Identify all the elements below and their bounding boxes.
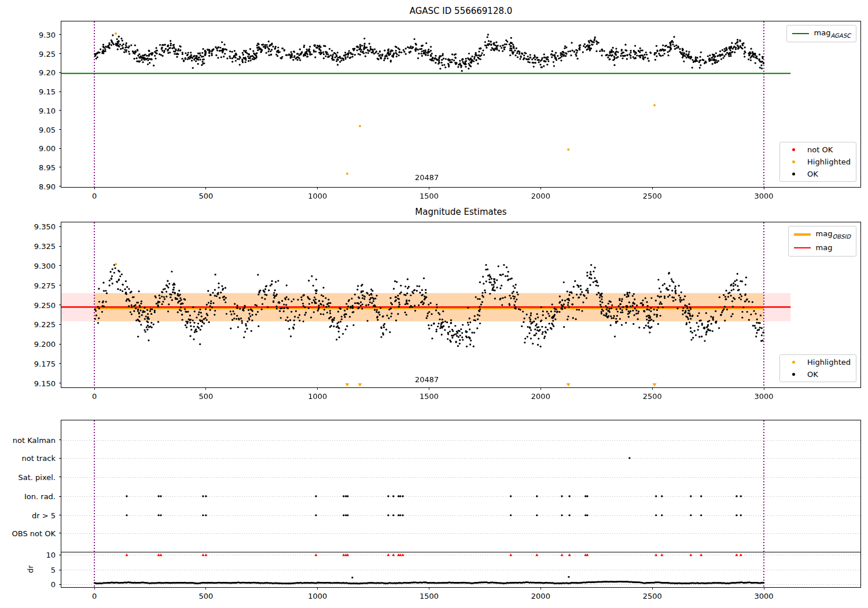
- y-tick-mark: [59, 555, 61, 555]
- plot-magnitude-estimates: Magnitude Estimates magOBSID mag Highlig…: [61, 222, 861, 388]
- y-tick-mark: [59, 91, 61, 92]
- x-tick-mark: [652, 387, 653, 390]
- x-tick-mark: [317, 587, 318, 589]
- x-tick-mark: [540, 187, 541, 189]
- y-tick-mark: [59, 477, 61, 477]
- y-tick-label: 8.95: [39, 163, 56, 171]
- red-line-swatch: [794, 247, 811, 248]
- agasc-mag-canvas: [61, 21, 860, 187]
- y-tick-label: 9.10: [39, 106, 56, 115]
- plot-title-middle: Magnitude Estimates: [61, 206, 860, 218]
- obsid-annotation-top: 20487: [415, 173, 439, 181]
- dr-axis-label: dr: [27, 566, 35, 574]
- y-tick-mark: [59, 363, 61, 364]
- legend-label: mag: [816, 243, 833, 254]
- x-tick-label: 3000: [754, 192, 773, 200]
- y-tick-label: 9.00: [39, 144, 56, 153]
- x-tick-mark: [317, 187, 318, 189]
- x-tick-label: 500: [198, 592, 213, 600]
- legend-item-not-ok: not OK: [785, 145, 851, 154]
- x-tick-label: 0: [92, 192, 97, 200]
- x-tick-mark: [94, 587, 95, 589]
- y-tick-mark: [59, 496, 61, 497]
- y-tick-label: 9.225: [34, 320, 56, 329]
- y-tick-mark: [59, 129, 61, 130]
- y-tick-label: 9.05: [39, 125, 56, 134]
- y-tick-mark: [59, 285, 61, 285]
- legend-item-mag-agasc: magAGASC: [792, 28, 851, 39]
- flag-row-label: OBS not OK: [12, 529, 56, 537]
- x-tick-mark: [94, 387, 95, 390]
- y-tick-label: 9.150: [34, 379, 56, 387]
- y-tick-mark: [59, 246, 61, 247]
- x-tick-mark: [764, 587, 764, 589]
- x-tick-label: 2000: [531, 592, 550, 600]
- y-tick-mark: [59, 148, 61, 149]
- y-tick-mark: [59, 186, 61, 186]
- y-tick-mark: [59, 324, 61, 325]
- flag-row-label: Ion. rad.: [24, 492, 56, 501]
- dr-tick-label: 10: [46, 551, 56, 559]
- y-tick-label: 9.15: [39, 87, 56, 96]
- flag-row-label: dr > 5: [32, 511, 56, 519]
- legend-label: magOBSID: [816, 229, 851, 240]
- flag-row-label: not track: [21, 454, 56, 463]
- y-tick-mark: [59, 110, 61, 111]
- y-tick-mark: [59, 383, 61, 383]
- plot-flags-dr: dr 050010001500200025003000not Kalmannot…: [61, 420, 861, 588]
- orange-line-swatch: [794, 233, 811, 236]
- x-tick-mark: [652, 587, 653, 589]
- y-tick-mark: [59, 34, 61, 35]
- x-tick-mark: [94, 187, 95, 189]
- y-tick-label: 9.200: [34, 340, 56, 349]
- x-tick-mark: [317, 387, 318, 390]
- y-tick-label: 9.325: [34, 242, 56, 251]
- x-tick-mark: [205, 587, 206, 589]
- y-tick-mark: [59, 458, 61, 459]
- legend-item-ok: OK: [785, 170, 851, 178]
- x-tick-mark: [205, 387, 206, 390]
- orange-dot-swatch: [792, 160, 795, 163]
- y-tick-label: 9.175: [34, 359, 56, 368]
- y-tick-label: 9.25: [39, 49, 56, 58]
- obsid-annotation-middle: 20487: [415, 375, 439, 383]
- x-tick-label: 0: [92, 592, 97, 600]
- x-tick-label: 2000: [531, 392, 550, 401]
- x-tick-label: 0: [92, 392, 97, 401]
- dr-tick-label: 0: [51, 580, 56, 589]
- y-tick-label: 9.250: [34, 301, 56, 309]
- legend-label: magAGASC: [814, 28, 851, 39]
- legend-item-ok: OK: [785, 370, 851, 379]
- y-tick-mark: [59, 53, 61, 54]
- dr-tick-label: 5: [51, 566, 56, 574]
- legend-label: Highlighted: [807, 358, 851, 367]
- y-tick-mark: [59, 439, 61, 440]
- x-tick-label: 500: [198, 392, 213, 401]
- x-tick-mark: [652, 187, 653, 189]
- y-tick-mark: [59, 344, 61, 345]
- x-tick-mark: [540, 587, 541, 589]
- legend-item-highlighted: Highlighted: [785, 358, 851, 367]
- y-tick-mark: [59, 72, 61, 73]
- x-tick-label: 1000: [308, 392, 327, 401]
- legend-mag-lines: magOBSID mag: [788, 226, 856, 257]
- y-tick-label: 9.30: [39, 30, 56, 39]
- magnitude-estimates-canvas: [61, 222, 860, 387]
- legend-label: not OK: [807, 145, 833, 154]
- x-tick-label: 1000: [308, 592, 327, 600]
- x-tick-label: 1500: [420, 192, 439, 200]
- legend-label: OK: [807, 370, 818, 379]
- y-tick-mark: [59, 167, 61, 167]
- x-tick-label: 3000: [754, 592, 773, 600]
- y-tick-label: 8.90: [39, 182, 56, 191]
- plot-agasc-mag: AGASC ID 556669128.0 magAGASC not OK Hig…: [61, 21, 861, 188]
- legend-label: Highlighted: [807, 158, 851, 166]
- legend-mag-agasc: magAGASC: [786, 25, 856, 42]
- y-tick-mark: [59, 533, 61, 533]
- legend-label: OK: [807, 170, 818, 178]
- x-tick-mark: [540, 387, 541, 390]
- figure: AGASC ID 556669128.0 magAGASC not OK Hig…: [0, 0, 868, 608]
- legend-point-types-top: not OK Highlighted OK: [779, 142, 856, 182]
- legend-item-mag: mag: [794, 243, 851, 254]
- x-tick-mark: [764, 387, 764, 390]
